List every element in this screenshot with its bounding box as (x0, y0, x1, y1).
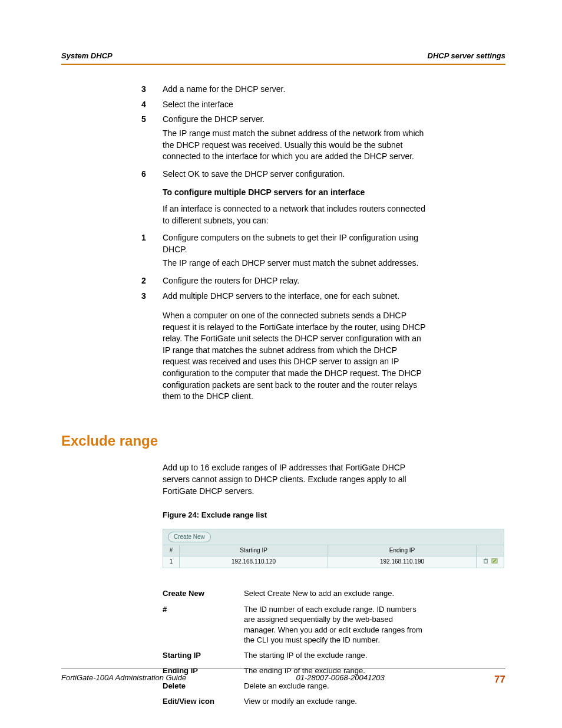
step-text: Select OK to save the DHCP server config… (163, 169, 427, 180)
row-num: 1 (163, 556, 180, 568)
sub-section-a: To configure multiple DHCP servers for a… (163, 187, 427, 226)
edit-icon[interactable] (491, 558, 498, 566)
def-edit-view: Edit/View icon View or modify an exclude… (163, 696, 427, 707)
exclude-range-ui: Create New # Starting IP Ending IP 1 192… (163, 529, 504, 568)
definitions-list: Create New Select Create New to add an e… (61, 588, 427, 707)
step-3: 3 Add a name for the DHCP server. (141, 84, 427, 95)
sub-heading: To configure multiple DHCP servers for a… (163, 187, 427, 199)
footer-mid: 01-28007-0068-20041203 (296, 673, 384, 687)
step-number: 6 (141, 169, 163, 180)
def-desc: Select Create New to add an exclude rang… (244, 588, 427, 599)
page-number: 77 (494, 673, 505, 687)
intro-text: If an interface is connected to a networ… (163, 203, 427, 226)
paragraph-relay: When a computer on one of the connected … (163, 310, 427, 403)
step-5: 5 Configure the DHCP server. The IP rang… (141, 114, 427, 164)
step-number: 3 (141, 291, 163, 302)
col-header-actions (477, 545, 504, 556)
header-left: System DHCP (61, 51, 113, 61)
page-header: System DHCP DHCP server settings (61, 51, 505, 64)
def-term: Edit/View icon (163, 696, 244, 707)
row-actions (477, 556, 504, 568)
step-text: Select the interface (163, 99, 427, 111)
step-number: 3 (141, 84, 163, 95)
step-b1: 1 Configure computers on the subnets to … (141, 232, 427, 272)
step-text: Configure the DHCP server. The IP range … (163, 114, 427, 164)
col-header-ending-ip: Ending IP (328, 545, 477, 556)
section-title-exclude-range: Exclude range (61, 431, 505, 451)
ui-grid-header: # Starting IP Ending IP (163, 545, 504, 556)
col-header-starting-ip: Starting IP (180, 545, 328, 556)
row-ending-ip: 192.168.110.190 (328, 556, 477, 568)
footer-left: FortiGate-100A Administration Guide (61, 673, 186, 687)
def-desc: The starting IP of the exclude range. (244, 650, 427, 661)
def-desc: The ID number of each exclude range. ID … (244, 604, 427, 645)
step-b2: 2 Configure the routers for DHCP relay. (141, 275, 427, 287)
step-number: 2 (141, 275, 163, 287)
def-hash: # The ID number of each exclude range. I… (163, 604, 427, 645)
ui-toolbar: Create New (163, 529, 504, 545)
exclude-intro: Add up to 16 exclude ranges of IP addres… (61, 462, 422, 497)
step-text: Configure the routers for DHCP relay. (163, 275, 427, 287)
step-number: 5 (141, 114, 163, 164)
ui-grid-row: 1 192.168.110.120 192.168.110.190 (163, 556, 504, 568)
step-b3: 3 Add multiple DHCP servers to the inter… (141, 291, 427, 302)
def-term: Create New (163, 588, 244, 599)
def-desc: View or modify an exclude range. (244, 696, 427, 707)
def-create-new: Create New Select Create New to add an e… (163, 588, 427, 599)
step-6: 6 Select OK to save the DHCP server conf… (141, 169, 427, 180)
step-subtext: The IP range of each DHCP server must ma… (163, 258, 427, 269)
header-rule (61, 64, 505, 65)
header-right: DHCP server settings (428, 51, 505, 61)
step-line: Configure the DHCP server. (163, 114, 427, 126)
step-number: 4 (141, 99, 163, 111)
main-content: 3 Add a name for the DHCP server. 4 Sele… (61, 84, 427, 403)
page-footer: FortiGate-100A Administration Guide 01-2… (61, 668, 505, 687)
step-4: 4 Select the interface (141, 99, 427, 111)
def-term: Starting IP (163, 650, 244, 661)
step-number: 1 (141, 232, 163, 272)
step-text: Add a name for the DHCP server. (163, 84, 427, 95)
step-subtext: The IP range must match the subnet addre… (163, 128, 427, 163)
step-text: Add multiple DHCP servers to the interfa… (163, 291, 427, 302)
step-text: Configure computers on the subnets to ge… (163, 232, 427, 272)
step-line: Configure computers on the subnets to ge… (163, 232, 427, 255)
svg-rect-0 (484, 560, 488, 564)
figure-caption: Figure 24: Exclude range list (61, 510, 505, 521)
def-term: # (163, 604, 244, 645)
create-new-button[interactable]: Create New (168, 532, 211, 542)
row-starting-ip: 192.168.110.120 (180, 556, 328, 568)
col-header-num: # (163, 545, 180, 556)
def-starting-ip: Starting IP The starting IP of the exclu… (163, 650, 427, 661)
trash-icon[interactable] (482, 558, 489, 566)
